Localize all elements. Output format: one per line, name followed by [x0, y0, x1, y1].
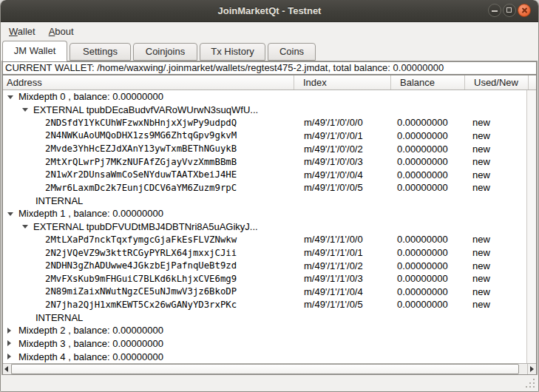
collapse-arrow-icon[interactable]	[7, 212, 13, 216]
tree-row-address[interactable]: 2NDHN3gZhADUwwe4JGkzbEjPafnqUeBt9zdm/49'…	[3, 259, 526, 272]
cell-balance: 0.00000000	[391, 272, 465, 285]
cell-index	[294, 104, 391, 117]
cell-balance: 0.00000000	[391, 285, 465, 298]
tab-coinjoins[interactable]: Coinjoins	[133, 43, 197, 61]
tab-tx-history[interactable]: Tx History	[200, 43, 265, 61]
cell-address: 2MtXrQLwrPj7MKzNUFAfZGjayVvzXmmBBmB	[45, 157, 237, 167]
tab-settings[interactable]: Settings	[70, 43, 131, 61]
cell-address: 2Mwr6LaxmDc2k7EunjCDCV6aYM6Zuzm9rpC	[45, 183, 237, 193]
column-header-address[interactable]: Address	[3, 75, 294, 89]
cell-used-new: new	[465, 259, 526, 272]
collapse-arrow-icon[interactable]	[22, 108, 28, 112]
tree-row-address[interactable]: 2MtLXaPd7nckTqxfymgcGjaFkEsFLVZNwkwm/49'…	[3, 233, 526, 246]
collapse-arrow-icon[interactable]	[7, 95, 13, 99]
window-title: JoinMarketQt - Testnet	[0, 0, 539, 22]
close-button[interactable]	[518, 4, 531, 17]
cell-used-new	[465, 350, 526, 363]
cell-balance	[391, 104, 465, 117]
tree-row-address[interactable]: 2Mvde3YhHcEZJdXAnY13ywTxmBEThNGuykBm/49'…	[3, 142, 526, 155]
cell-index	[294, 311, 391, 325]
cell-used-new: new	[465, 116, 526, 129]
cell-balance: 0.00000000	[391, 233, 465, 246]
cell-address: 2MtLXaPd7nckTqxfymgcGjaFkEsFLVZNwkw	[45, 234, 237, 245]
tree-row-internal[interactable]: INTERNAL	[3, 311, 526, 325]
column-header-balance[interactable]: Balance	[391, 75, 465, 89]
cell-index	[294, 220, 391, 234]
cell-balance	[391, 207, 465, 220]
wallet-tree[interactable]: AddressIndexBalanceUsed/New Mixdepth 0 ,…	[2, 75, 537, 375]
cell-index	[294, 195, 391, 208]
cell-balance: 0.00000000	[391, 168, 465, 181]
cell-index: m/49'/1'/0'/0/2	[294, 142, 391, 155]
tree-row-address[interactable]: 2N89miZaixNWutNgzCE5uNJmwV3jz6BkoDPm/49'…	[3, 285, 526, 298]
tree-row-mixdepth[interactable]: Mixdepth 4 , balance: 0.00000000	[3, 350, 526, 363]
cell-used-new	[465, 90, 526, 104]
cell-address: 2N4NWKuAoUMQoDHX1zs9MG6ZhtqGpv9gkvM	[45, 130, 237, 141]
tree-row-address[interactable]: 2MvFXsKub9mFHGuiC7BLKd6kLhjxCVE6mg9m/49'…	[3, 272, 526, 285]
cell-address: 2N2jVQeVZ9w3kttRCGyPYRLX64jmxxjCJii	[45, 248, 237, 258]
cell-used-new: new	[465, 246, 526, 260]
cell-index: m/49'/1'/0'/0/1	[294, 129, 391, 143]
cell-used-new	[465, 207, 526, 220]
cell-index	[294, 90, 391, 104]
cell-address: 2NDSfdY1YkCUhWFzwxNbHnjxXjwPy9udpdQ	[45, 118, 237, 128]
tree-row-mixdepth[interactable]: Mixdepth 1 , balance: 0.00000000	[3, 207, 526, 220]
cell-address: INTERNAL	[35, 195, 83, 206]
menubar: WalletAbout	[1, 22, 539, 40]
cell-used-new: new	[465, 168, 526, 181]
tree-row-address[interactable]: 2N7jha2QjH1xmKEWT5Cx26wGANyYD3rxPKcm/49'…	[3, 298, 526, 311]
tab-jm-wallet[interactable]: JM Wallet	[2, 41, 67, 61]
tree-row-address[interactable]: 2Mwr6LaxmDc2k7EunjCDCV6aYM6Zuzm9rpCm/49'…	[3, 181, 526, 195]
cell-balance	[391, 350, 465, 363]
tab-coins[interactable]: Coins	[268, 43, 316, 61]
cell-used-new	[465, 104, 526, 117]
titlebar[interactable]: JoinMarketQt - Testnet	[0, 0, 539, 22]
expand-arrow-icon[interactable]	[7, 328, 11, 334]
tree-row-mixdepth[interactable]: Mixdepth 3 , balance: 0.00000000	[3, 337, 526, 351]
tree-row-address[interactable]: 2N1wXr2DUnsaWmCoSeNYduwTAATXbeiJ4HEm/49'…	[3, 168, 526, 181]
cell-index	[294, 207, 391, 220]
column-header-index[interactable]: Index	[294, 75, 391, 89]
cell-balance: 0.00000000	[391, 129, 465, 143]
cell-address: Mixdepth 3 , balance: 0.00000000	[18, 338, 163, 349]
expand-arrow-icon[interactable]	[7, 354, 11, 359]
tree-row-branch[interactable]: EXTERNAL tpubDFVUDtMBJ4DBTNri8A5uAGikyJ.…	[3, 220, 526, 234]
cell-index: m/49'/1'/0'/0/5	[294, 181, 391, 195]
tree-row-internal[interactable]: INTERNAL	[3, 195, 526, 208]
cell-used-new: new	[465, 285, 526, 298]
vertical-scrollbar[interactable]	[526, 90, 536, 363]
cell-address: EXTERNAL tpubDFVUDtMBJ4DBTNri8A5uAGikyJ.…	[33, 221, 258, 232]
maximize-button[interactable]	[503, 4, 516, 17]
cell-balance	[391, 220, 465, 234]
resize-grip[interactable]	[524, 377, 536, 389]
cell-balance: 0.00000000	[391, 155, 465, 169]
status-bar	[1, 374, 538, 391]
tree-row-address[interactable]: 2N4NWKuAoUMQoDHX1zs9MG6ZhtqGpv9gkvMm/49'…	[3, 129, 526, 143]
horizontal-scrollbar[interactable]	[3, 363, 536, 374]
column-header-used-new[interactable]: Used/New	[465, 75, 529, 89]
cell-used-new: new	[465, 233, 526, 246]
cell-balance	[391, 311, 465, 325]
menu-item-wallet[interactable]: Wallet	[2, 24, 42, 39]
cell-address: 2N89miZaixNWutNgzCE5uNJmwV3jz6BkoDP	[45, 286, 237, 297]
scroll-right-button[interactable]	[527, 364, 536, 374]
cell-used-new	[465, 324, 526, 337]
cell-used-new: new	[465, 142, 526, 155]
cell-balance: 0.00000000	[391, 181, 465, 195]
collapse-arrow-icon[interactable]	[22, 225, 28, 229]
tree-header: AddressIndexBalanceUsed/New	[3, 75, 536, 90]
menu-item-about[interactable]: About	[42, 24, 81, 39]
cell-index	[294, 324, 391, 337]
tree-row-mixdepth[interactable]: Mixdepth 0 , balance: 0.00000000	[3, 90, 526, 104]
tree-row-address[interactable]: 2NDSfdY1YkCUhWFzwxNbHnjxXjwPy9udpdQm/49'…	[3, 116, 526, 129]
tree-row-address[interactable]: 2MtXrQLwrPj7MKzNUFAfZGjayVvzXmmBBmBm/49'…	[3, 155, 526, 169]
tab-bar: JM WalletSettingsCoinjoinsTx HistoryCoin…	[1, 40, 538, 61]
horizontal-scrollbar-thumb[interactable]	[11, 364, 519, 374]
tree-row-mixdepth[interactable]: Mixdepth 2 , balance: 0.00000000	[3, 324, 526, 337]
tree-row-address[interactable]: 2N2jVQeVZ9w3kttRCGyPYRLX64jmxxjCJiim/49'…	[3, 246, 526, 260]
minimize-button[interactable]	[488, 4, 501, 17]
cell-index: m/49'/1'/1'/0/2	[294, 259, 391, 272]
cell-index: m/49'/1'/0'/0/0	[294, 116, 391, 129]
expand-arrow-icon[interactable]	[7, 340, 11, 346]
tree-row-branch[interactable]: EXTERNAL tpubDEcaBudvfVARoWUrwN3suqWfU..…	[3, 104, 526, 117]
